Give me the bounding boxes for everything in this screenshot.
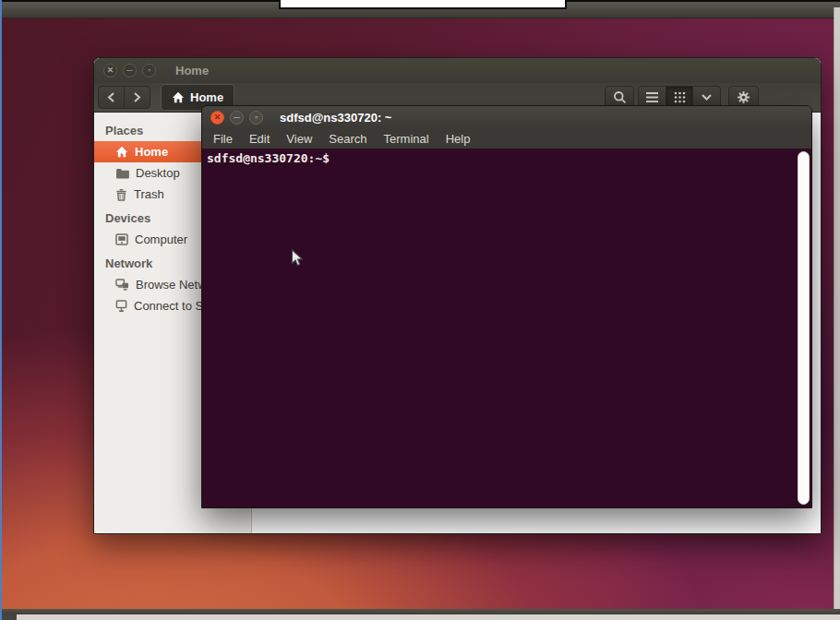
sidebar-item-label: Computer [135, 232, 187, 246]
server-icon [115, 300, 127, 313]
offscreen-window-edge [279, 0, 567, 9]
trash-icon [115, 188, 127, 201]
desktop: ✕ ─ ▫ Home Home [0, 0, 840, 620]
viewer-bottom-corner [0, 614, 17, 620]
maximize-icon[interactable]: ▫ [142, 64, 156, 78]
sidebar-item-label: Desktop [136, 166, 180, 180]
computer-icon [115, 233, 128, 245]
maximize-icon[interactable]: ▫ [249, 111, 263, 125]
mouse-cursor [291, 249, 304, 268]
menu-search[interactable]: Search [320, 129, 375, 149]
home-icon [172, 91, 185, 103]
close-icon[interactable]: ✕ [210, 111, 224, 125]
back-button[interactable] [99, 87, 124, 108]
arrow-cursor-icon [291, 249, 304, 268]
list-view-icon [646, 92, 658, 102]
menu-edit[interactable]: Edit [241, 129, 278, 149]
minimize-icon[interactable]: ─ [230, 111, 244, 125]
chevron-down-icon [702, 94, 712, 101]
sidebar-item-label: Trash [134, 187, 164, 201]
shell-prompt: sdfsd@ns330720:~$ [207, 151, 330, 165]
breadcrumb-label: Home [190, 90, 223, 104]
terminal-output[interactable]: sdfsd@ns330720:~$ [202, 149, 811, 507]
terminal-title: sdfsd@ns330720: ~ [280, 111, 391, 125]
folder-icon [115, 168, 129, 179]
network-icon [115, 279, 129, 291]
sidebar-item-label: Home [135, 145, 168, 159]
grid-view-icon [674, 91, 686, 103]
close-icon[interactable]: ✕ [103, 64, 117, 78]
terminal-window: ✕ ─ ▫ sdfsd@ns330720: ~ File Edit View S… [201, 105, 812, 508]
file-manager-titlebar[interactable]: ✕ ─ ▫ Home [94, 58, 821, 83]
terminal-titlebar[interactable]: ✕ ─ ▫ sdfsd@ns330720: ~ [202, 106, 811, 129]
minimize-icon[interactable]: ─ [123, 64, 137, 78]
menu-view[interactable]: View [278, 129, 320, 149]
viewer-bottom-bar [0, 614, 840, 620]
viewer-left-edge [0, 0, 2, 620]
search-icon [613, 90, 627, 104]
terminal-scrollbar[interactable] [798, 151, 810, 505]
menu-file[interactable]: File [205, 129, 241, 149]
forward-button[interactable] [124, 87, 150, 108]
terminal-menubar: File Edit View Search Terminal Help [202, 129, 811, 149]
viewer-right-scrollbar[interactable] [834, 7, 840, 609]
nav-button-group [98, 86, 150, 109]
gear-icon [737, 90, 750, 104]
window-title: Home [175, 64, 209, 78]
home-icon [115, 146, 128, 158]
menu-help[interactable]: Help [438, 129, 479, 149]
menu-terminal[interactable]: Terminal [376, 129, 438, 149]
